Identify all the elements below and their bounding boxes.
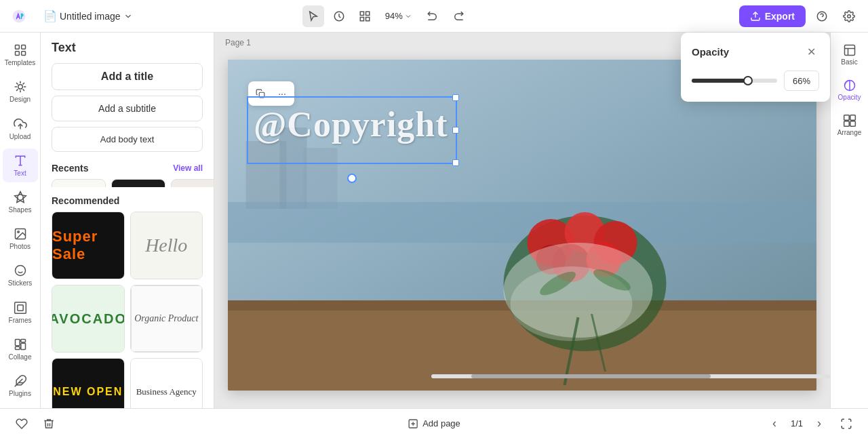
- nav-item-frames[interactable]: Frames: [3, 295, 38, 329]
- text-panel-title: Text: [41, 33, 214, 60]
- opacity-slider[interactable]: [692, 79, 777, 83]
- nav-item-collage[interactable]: Collage: [3, 332, 38, 366]
- grid-button[interactable]: [354, 5, 376, 27]
- bottom-bar: Add page ‹ 1/1 ›: [0, 408, 868, 438]
- right-opacity-label: Opacity: [838, 94, 861, 101]
- nav-item-templates[interactable]: Templates: [3, 38, 38, 72]
- svg-point-21: [17, 231, 18, 233]
- slider-fill: [692, 79, 748, 83]
- template-card-business[interactable]: Business Agency: [130, 358, 203, 408]
- svg-rect-13: [21, 52, 25, 56]
- nav-item-stickers[interactable]: Stickers: [3, 258, 38, 292]
- nav-item-plugins[interactable]: Plugins: [3, 369, 38, 403]
- super-sale-label: Super Sale: [52, 228, 124, 263]
- svg-rect-63: [850, 115, 855, 120]
- recent-item-lastchance[interactable]: LAST CHANCE: [111, 179, 165, 187]
- add-page-button[interactable]: Add page: [399, 414, 469, 433]
- doc-name-button[interactable]: 📄 Untitled image: [38, 7, 138, 25]
- app-logo[interactable]: [8, 5, 30, 27]
- zoom-button[interactable]: 94%: [380, 8, 418, 24]
- recents-row: okay. LAST CHANCE 'THE MOMENT... ›: [41, 179, 214, 187]
- resize-handle-right[interactable]: [452, 127, 459, 134]
- hello-label: Hello: [145, 235, 187, 256]
- right-nav-basic[interactable]: Basic: [833, 38, 866, 71]
- add-page-label: Add page: [422, 418, 460, 429]
- nav-stickers-label: Stickers: [8, 279, 33, 287]
- svg-rect-64: [844, 121, 849, 126]
- add-body-button[interactable]: Add body text: [52, 127, 203, 152]
- resize-handle-tr[interactable]: [452, 94, 459, 101]
- slider-thumb[interactable]: [743, 76, 753, 85]
- right-nav-arrange[interactable]: Arrange: [833, 108, 866, 141]
- settings-button[interactable]: [838, 5, 860, 27]
- zoom-value: 94%: [385, 11, 403, 21]
- nav-item-design[interactable]: Design: [3, 75, 38, 108]
- export-label: Export: [765, 11, 795, 22]
- right-panel: Basic Opacity Arrange: [830, 33, 868, 408]
- nav-collage-label: Collage: [9, 353, 32, 361]
- bottom-left-controls: [11, 413, 60, 435]
- svg-rect-62: [844, 115, 849, 120]
- nav-plugins-label: Plugins: [9, 390, 31, 397]
- svg-rect-3: [366, 12, 369, 15]
- next-page-button[interactable]: ›: [808, 413, 830, 435]
- opacity-close-button[interactable]: ✕: [803, 43, 819, 60]
- timer-button[interactable]: [328, 5, 350, 27]
- bottom-center-controls: Add page: [399, 414, 469, 433]
- nav-item-upload[interactable]: Upload: [3, 111, 38, 145]
- nav-shapes-label: Shapes: [9, 206, 32, 214]
- delete-button[interactable]: [38, 413, 60, 435]
- scrollbar-thumb[interactable]: [471, 374, 711, 378]
- recent-item-okay[interactable]: okay.: [52, 179, 106, 187]
- selection-box[interactable]: @Copyright: [247, 96, 457, 164]
- svg-point-9: [848, 14, 851, 18]
- text-panel: Text Add a title Add a subtitle Add body…: [41, 33, 214, 408]
- add-to-favorites-button[interactable]: [11, 413, 33, 435]
- right-nav-opacity[interactable]: Opacity: [833, 73, 866, 106]
- svg-marker-19: [14, 192, 26, 203]
- add-subtitle-button[interactable]: Add a subtitle: [52, 96, 203, 121]
- template-card-super-sale[interactable]: Super Sale: [52, 212, 125, 279]
- canvas-text-content: @Copyright: [254, 105, 448, 144]
- template-card-organic[interactable]: Organic Product: [130, 285, 203, 353]
- topbar-right: Export: [739, 5, 860, 27]
- right-arrange-label: Arrange: [837, 129, 862, 136]
- redo-button[interactable]: [448, 5, 469, 27]
- opacity-title: Opacity: [692, 46, 729, 58]
- rotate-handle[interactable]: [347, 174, 357, 183]
- svg-rect-28: [20, 339, 25, 342]
- recent-item-moment[interactable]: 'THE MOMENT...: [171, 179, 214, 187]
- bottom-right-controls: ‹ 1/1 ›: [764, 413, 857, 435]
- organic-label: Organic Product: [134, 313, 198, 324]
- template-card-new-open[interactable]: NEW OPEN: [52, 358, 125, 408]
- undo-button[interactable]: [422, 5, 443, 27]
- svg-rect-4: [360, 17, 363, 20]
- help-button[interactable]: [811, 5, 833, 27]
- template-card-hello[interactable]: Hello: [130, 212, 203, 279]
- nav-item-shapes[interactable]: Shapes: [3, 185, 38, 219]
- resize-handle-br[interactable]: [452, 159, 459, 166]
- topbar: 📄 Untitled image 94% Export: [0, 0, 868, 33]
- nav-design-label: Design: [9, 96, 31, 103]
- prev-page-button[interactable]: ‹: [764, 413, 785, 435]
- nav-item-photos[interactable]: Photos: [3, 222, 38, 256]
- nav-item-text[interactable]: Text: [3, 148, 38, 182]
- svg-rect-2: [360, 12, 363, 15]
- fullscreen-button[interactable]: [835, 413, 857, 435]
- nav-frames-label: Frames: [9, 317, 32, 324]
- add-title-button[interactable]: Add a title: [52, 63, 203, 90]
- svg-rect-10: [15, 45, 19, 49]
- select-tool-button[interactable]: [302, 5, 324, 27]
- export-button[interactable]: Export: [739, 5, 806, 27]
- svg-rect-12: [15, 52, 19, 56]
- view-all-button[interactable]: View all: [173, 163, 203, 173]
- canvas[interactable]: ··· @Copyright: [228, 60, 816, 391]
- canvas-text[interactable]: @Copyright: [254, 104, 448, 144]
- canvas-scrollbar[interactable]: [431, 374, 830, 378]
- template-card-avocado[interactable]: AVOCADO: [52, 285, 125, 353]
- page-label: Page 1: [225, 38, 251, 47]
- business-label: Business Agency: [136, 386, 197, 397]
- left-nav: Templates Design Upload Text Shapes Phot…: [0, 33, 41, 408]
- opacity-popup: Opacity ✕ 66%: [681, 33, 830, 102]
- opacity-value-input[interactable]: 66%: [784, 71, 819, 91]
